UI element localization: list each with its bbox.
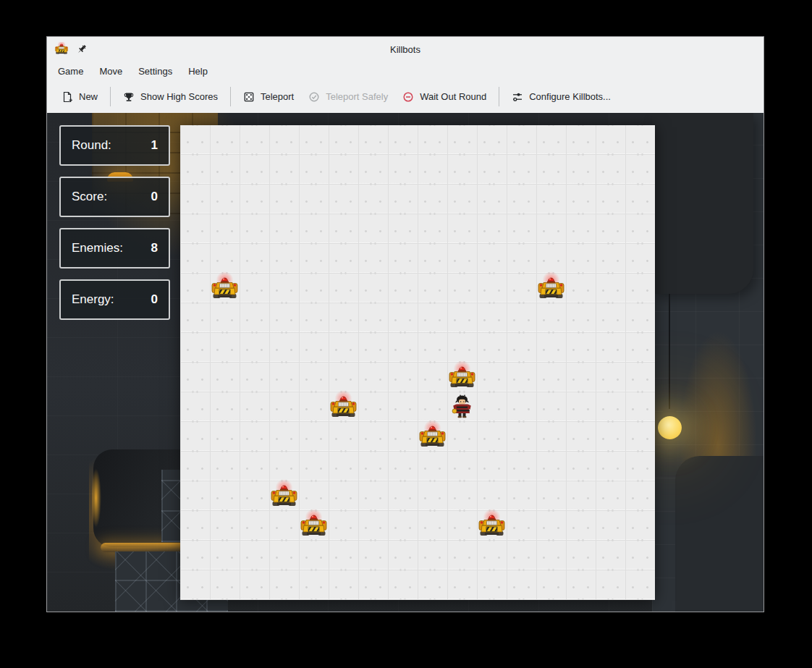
lamp-socket	[663, 409, 676, 417]
teleport-safely-label: Teleport Safely	[326, 91, 388, 102]
menu-help[interactable]: Help	[180, 64, 216, 79]
status-energy-value: 0	[151, 292, 158, 307]
status-enemies-value: 8	[151, 241, 158, 255]
game-board[interactable]	[180, 125, 655, 600]
status-round: Round:1	[59, 125, 170, 166]
light-bulb	[658, 416, 682, 439]
robot-sprite	[329, 392, 358, 422]
document-new-icon	[62, 91, 73, 103]
toolbar-separator	[230, 87, 231, 106]
status-score: Score:0	[59, 177, 170, 217]
status-enemies-label: Enemies:	[72, 241, 123, 255]
warm-glow-right	[659, 287, 764, 605]
titlebar: Killbots	[47, 37, 764, 62]
menu-settings[interactable]: Settings	[130, 64, 180, 79]
menubar: GameMoveSettingsHelp	[47, 62, 764, 80]
dice-icon	[243, 91, 255, 103]
configure-icon	[512, 91, 523, 103]
minus-circle-icon	[402, 91, 414, 103]
killbots-window: Killbots GameMoveSettingsHelp NewShow Hi…	[46, 36, 764, 612]
top-right-panel	[652, 113, 753, 294]
status-score-value: 0	[151, 190, 158, 204]
toolbar-separator	[110, 87, 111, 106]
show-high-scores-label: Show High Scores	[140, 91, 218, 102]
status-round-label: Round:	[72, 138, 111, 153]
teleport-label: Teleport	[261, 91, 294, 102]
toolbar: NewShow High ScoresTeleportTeleport Safe…	[47, 80, 764, 113]
trophy-icon	[123, 91, 135, 103]
close-button[interactable]	[745, 44, 756, 55]
wait-out-round-button[interactable]: Wait Out Round	[395, 87, 494, 107]
window-controls	[708, 44, 756, 55]
status-energy-label: Energy:	[72, 292, 114, 307]
robot-sprite	[418, 422, 447, 452]
robot-sprite	[477, 511, 507, 541]
new-label: New	[79, 91, 98, 102]
configure-killbots-label: Configure Killbots...	[529, 91, 611, 102]
robot-sprite	[536, 274, 566, 303]
new-button[interactable]: New	[54, 87, 105, 107]
toolbar-separator	[499, 87, 499, 106]
bottom-right-panel	[675, 456, 764, 612]
teleport-safely-button: Teleport Safely	[301, 87, 395, 107]
barrel-rim-light	[92, 459, 103, 537]
lamp-cord	[669, 294, 670, 410]
status-round-value: 1	[151, 138, 158, 153]
status-energy: Energy:0	[59, 279, 170, 320]
hero-sprite	[447, 392, 477, 422]
show-high-scores-button[interactable]: Show High Scores	[116, 87, 225, 107]
game-scene: Round:1Score:0Enemies:8Energy:0	[47, 113, 764, 612]
window-title: Killbots	[47, 44, 764, 55]
wait-out-round-label: Wait Out Round	[420, 91, 486, 102]
right-brick-wall	[652, 113, 764, 612]
robot-sprite	[269, 481, 299, 511]
maximize-button[interactable]	[727, 44, 737, 55]
robot-sprite	[299, 511, 329, 541]
check-circle-icon	[308, 91, 320, 103]
teleport-button[interactable]: Teleport	[236, 87, 301, 107]
robot-sprite	[447, 363, 477, 392]
menu-move[interactable]: Move	[91, 64, 130, 79]
status-enemies: Enemies:8	[59, 228, 170, 269]
minimize-button[interactable]	[708, 44, 719, 55]
menu-game[interactable]: Game	[50, 64, 91, 79]
robot-sprite	[210, 274, 240, 303]
status-score-label: Score:	[72, 190, 107, 204]
configure-killbots-button[interactable]: Configure Killbots...	[504, 87, 618, 107]
